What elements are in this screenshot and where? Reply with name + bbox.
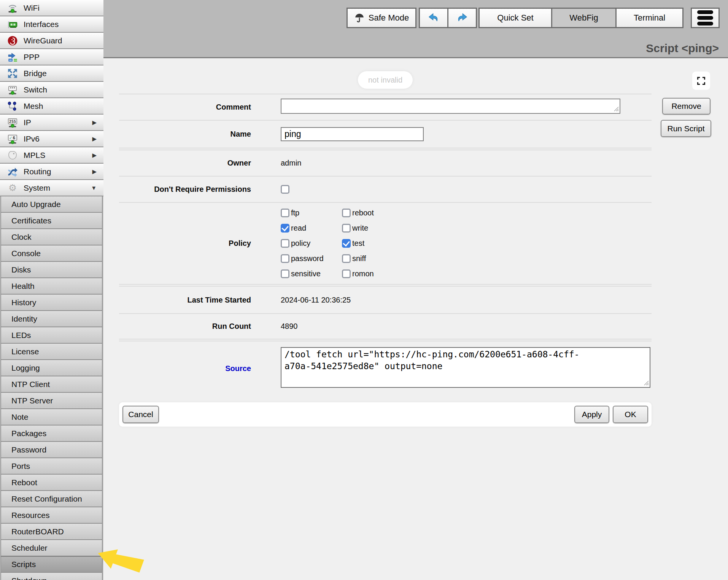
- sidebar-item-scheduler[interactable]: Scheduler: [0, 540, 103, 556]
- sidebar-item-label: Password: [11, 445, 46, 454]
- system-icon: ⚙: [6, 182, 19, 194]
- tab-webfig[interactable]: WebFig: [551, 8, 617, 28]
- sidebar-item-console[interactable]: Console: [0, 245, 103, 262]
- sidebar-item-certificates[interactable]: Certificates: [0, 213, 103, 229]
- owner-value: admin: [281, 159, 301, 167]
- policy-checkbox[interactable]: [281, 239, 289, 248]
- sidebar-item-label: Mesh: [24, 102, 43, 111]
- write-checkbox[interactable]: [342, 224, 351, 233]
- sensitive-checkbox[interactable]: [281, 269, 289, 278]
- sidebar-item-logging[interactable]: Logging: [0, 360, 103, 376]
- test-checkbox[interactable]: [342, 239, 351, 248]
- reboot-checkbox[interactable]: [342, 209, 351, 217]
- sidebar-item-routing[interactable]: Routing ▶: [0, 164, 103, 180]
- source-label[interactable]: Source: [119, 364, 251, 373]
- tab-quick-set[interactable]: Quick Set: [478, 8, 552, 28]
- sidebar-item-label: RouterBOARD: [11, 527, 64, 536]
- sidebar-item-resources[interactable]: Resources: [0, 507, 103, 524]
- policy-option-policy: policy: [281, 239, 342, 248]
- sidebar-item-ip[interactable]: 255 IP ▶: [0, 115, 103, 131]
- undo-button[interactable]: [419, 8, 448, 28]
- sidebar-item-label: LEDs: [11, 331, 31, 340]
- redo-button[interactable]: [447, 8, 477, 28]
- sidebar-item-wifi[interactable]: WiFi: [0, 0, 103, 16]
- sidebar-item-system[interactable]: ⚙ System ▼: [0, 180, 103, 196]
- bridge-icon: [6, 68, 19, 79]
- sidebar-item-mpls[interactable]: MPLS ▶: [0, 147, 103, 164]
- sidebar-item-wireguard[interactable]: WireGuard: [0, 33, 103, 49]
- run-count-value: 4890: [281, 322, 298, 331]
- sidebar-item-bridge[interactable]: Bridge: [0, 65, 103, 82]
- password-checkbox[interactable]: [281, 254, 289, 263]
- hamburger-icon: [697, 10, 713, 14]
- fullscreen-button[interactable]: [692, 72, 710, 90]
- safe-mode-label: Safe Mode: [369, 13, 409, 23]
- sidebar-item-label: History: [11, 298, 36, 307]
- last-time-started-label: Last Time Started: [119, 296, 251, 304]
- mpls-icon: [6, 150, 19, 161]
- sidebar-item-mesh[interactable]: Mesh: [0, 98, 103, 115]
- sidebar-item-shutdown[interactable]: Shutdown: [0, 573, 103, 580]
- dont-require-permissions-checkbox[interactable]: [281, 185, 289, 194]
- sidebar-item-interfaces[interactable]: Interfaces: [0, 16, 103, 33]
- sniff-checkbox[interactable]: [342, 254, 351, 263]
- sidebar-item-license[interactable]: License: [0, 344, 103, 360]
- policy-checkbox-grid: ftp reboot read write policy test passwo…: [281, 209, 374, 278]
- sidebar-item-disks[interactable]: Disks: [0, 262, 103, 278]
- sidebar-item-reboot[interactable]: Reboot: [0, 475, 103, 491]
- svg-text:6: 6: [13, 135, 15, 140]
- sidebar-item-leds[interactable]: LEDs: [0, 327, 103, 344]
- sidebar-item-password[interactable]: Password: [0, 442, 103, 458]
- comment-input[interactable]: [281, 99, 620, 114]
- apply-button[interactable]: Apply: [574, 406, 609, 423]
- sidebar-item-label: Health: [11, 282, 35, 291]
- undo-redo-group: [419, 8, 477, 28]
- read-checkbox[interactable]: [281, 224, 289, 233]
- sidebar-item-scripts[interactable]: Scripts: [0, 556, 103, 573]
- sidebar-item-identity[interactable]: Identity: [0, 311, 103, 327]
- wireguard-icon: [6, 35, 19, 46]
- svg-text:✓: ✓: [9, 135, 13, 140]
- name-input[interactable]: [281, 127, 424, 141]
- owner-row: Owner admin: [119, 150, 652, 176]
- dont-require-permissions-row: Don't Require Permissions: [119, 177, 652, 202]
- script-form: Comment Name Owner admin Don't Require P…: [119, 94, 652, 395]
- safe-mode-button[interactable]: Safe Mode: [347, 8, 416, 28]
- mesh-icon: [6, 100, 19, 112]
- sidebar-item-switch[interactable]: Switch: [0, 82, 103, 98]
- sidebar-item-ipv6[interactable]: ✓6 IPv6 ▶: [0, 131, 103, 147]
- remove-button[interactable]: Remove: [662, 98, 711, 115]
- source-input[interactable]: /tool fetch url="https://hc-ping.com/620…: [281, 347, 650, 388]
- sidebar-item-label: PPP: [24, 53, 40, 62]
- ok-button[interactable]: OK: [613, 406, 648, 423]
- sidebar-item-packages[interactable]: Packages: [0, 425, 103, 442]
- umbrella-icon: [354, 13, 365, 23]
- tab-terminal[interactable]: Terminal: [615, 8, 683, 28]
- sidebar-item-note[interactable]: Note: [0, 409, 103, 425]
- hamburger-menu-button[interactable]: [691, 8, 720, 28]
- cancel-button[interactable]: Cancel: [122, 406, 159, 423]
- policy-row: Policy ftp reboot read write policy test…: [119, 203, 652, 284]
- sidebar-item-history[interactable]: History: [0, 295, 103, 311]
- sidebar-item-health[interactable]: Health: [0, 278, 103, 295]
- sidebar-item-reset-configuration[interactable]: Reset Configuration: [0, 491, 103, 507]
- policy-option-reboot: reboot: [342, 209, 374, 217]
- sidebar-item-ntp-client[interactable]: NTP Client: [0, 376, 103, 393]
- policy-option-write: write: [342, 224, 374, 233]
- dont-require-permissions-label: Don't Require Permissions: [119, 185, 251, 194]
- ftp-checkbox[interactable]: [281, 209, 289, 217]
- ipv6-icon: ✓6: [6, 133, 19, 145]
- sidebar-item-ntp-server[interactable]: NTP Server: [0, 393, 103, 409]
- sidebar-item-label: NTP Server: [11, 396, 53, 405]
- sidebar-item-ppp[interactable]: PPP: [0, 49, 103, 65]
- sidebar-item-routerboard[interactable]: RouterBOARD: [0, 524, 103, 540]
- sidebar-item-label: Bridge: [24, 69, 47, 78]
- switch-icon: [6, 84, 19, 96]
- webfig-app: WiFi Interfaces WireGuard PPP Bridge Swi…: [0, 0, 728, 580]
- sidebar-item-ports[interactable]: Ports: [0, 458, 103, 475]
- sidebar-item-clock[interactable]: Clock: [0, 229, 103, 245]
- undo-icon: [427, 11, 440, 24]
- romon-checkbox[interactable]: [342, 269, 351, 278]
- run-script-button[interactable]: Run Script: [661, 120, 711, 137]
- sidebar-item-auto-upgrade[interactable]: Auto Upgrade: [0, 196, 103, 213]
